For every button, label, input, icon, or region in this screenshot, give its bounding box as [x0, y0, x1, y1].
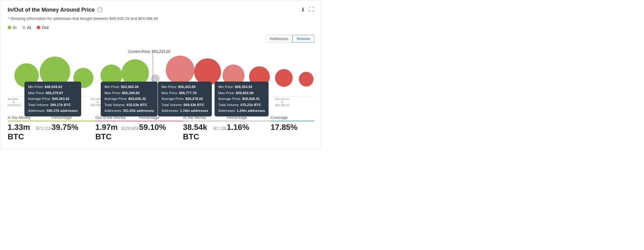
bubble-7 [166, 56, 194, 84]
stat-value-pct-at: 1.16% [227, 123, 271, 132]
svg-text:$48,639.62: $48,639.62 [8, 104, 21, 107]
xaxis-label-10: $61,509.24 [275, 97, 289, 101]
stat-label-coverage: Coverage [270, 115, 314, 121]
card: In/Out of the Money Around Price ? ⬇ ⛶ *… [0, 0, 322, 149]
stat-coverage: Coverage 17.85% [270, 115, 314, 132]
legend-label-out: Out [42, 25, 49, 30]
stat-value-in-the-money: 1.33m BTC $73.21b [8, 123, 52, 142]
toggle-buttons: Addresses Volume [8, 35, 314, 42]
stat-value-coverage: 17.85% [270, 123, 314, 132]
legend-in: In [8, 25, 16, 30]
stats-row: In the Money 1.33m BTC $73.21b Percentag… [8, 112, 314, 142]
bubble-12 [299, 72, 313, 86]
legend-dot-in [8, 26, 11, 29]
expand-icon[interactable]: ⛶ [309, 6, 314, 13]
tooltip-1: Min Price: $48,639.62 Max Price: $50,279… [24, 82, 81, 116]
legend-dot-out [37, 26, 40, 29]
svg-text:to: to [13, 101, 15, 104]
stat-value-at-the-money: 38.54k BTC $2.13b [183, 123, 227, 142]
chart-area: Current Price: $55,223.20 $46,936... to … [8, 45, 314, 112]
bubble-8 [194, 58, 221, 85]
current-price-label: Current Price: $55,223.20 [128, 50, 170, 54]
legend-label-at: At [27, 25, 31, 30]
stat-value-pct-out: 59.10% [139, 123, 183, 132]
toggle-addresses[interactable]: Addresses [266, 35, 292, 42]
page-title: In/Out of the Money Around Price [8, 7, 95, 13]
stat-at-the-money: At the Money 38.54k BTC $2.13b [183, 115, 227, 142]
legend-at: At [22, 25, 31, 30]
stat-pct-out: Percentage 59.10% [139, 115, 183, 132]
download-icon[interactable]: ⬇ [301, 6, 305, 13]
stat-pct-in: Percentage 39.75% [52, 115, 96, 132]
header-left: In/Out of the Money Around Price ? [8, 7, 103, 13]
header: In/Out of the Money Around Price ? ⬇ ⛶ [8, 6, 314, 13]
legend: In At Out [8, 25, 314, 30]
tooltip-4: Min Price: $58,354.92 Max Price: $59,932… [215, 82, 269, 116]
header-icons: ⬇ ⛶ [301, 6, 314, 13]
svg-text:to: to [281, 101, 284, 104]
stat-pct-at: Percentage 1.16% [227, 115, 271, 132]
svg-text:to: to [96, 101, 99, 104]
help-icon[interactable]: ? [97, 7, 103, 13]
stat-value-pct-in: 39.75% [52, 123, 96, 132]
stat-in-the-money: In the Money 1.33m BTC $73.21b [8, 115, 52, 142]
toggle-volume[interactable]: Volume [292, 35, 314, 42]
stat-value-out-the-money: 1.97m BTC $108.85b [95, 123, 139, 142]
bubble-11 [275, 69, 293, 87]
tooltip-2: Min Price: $53,560.36 Max Price: $55,200… [101, 82, 157, 116]
tooltip-3: Min Price: $55,263.69 Max Price: $56,777… [158, 82, 212, 116]
svg-text:$63,086.40: $63,086.40 [275, 104, 289, 107]
xaxis-label-0: $46,936... [8, 97, 20, 101]
legend-label-in: In [13, 25, 16, 30]
subtitle: * Showing information for addresses that… [8, 16, 314, 21]
legend-out: Out [37, 25, 49, 30]
legend-dot-at [22, 26, 26, 29]
stat-out-the-money: Out of the Money 1.97m BTC $108.85b [95, 115, 139, 142]
